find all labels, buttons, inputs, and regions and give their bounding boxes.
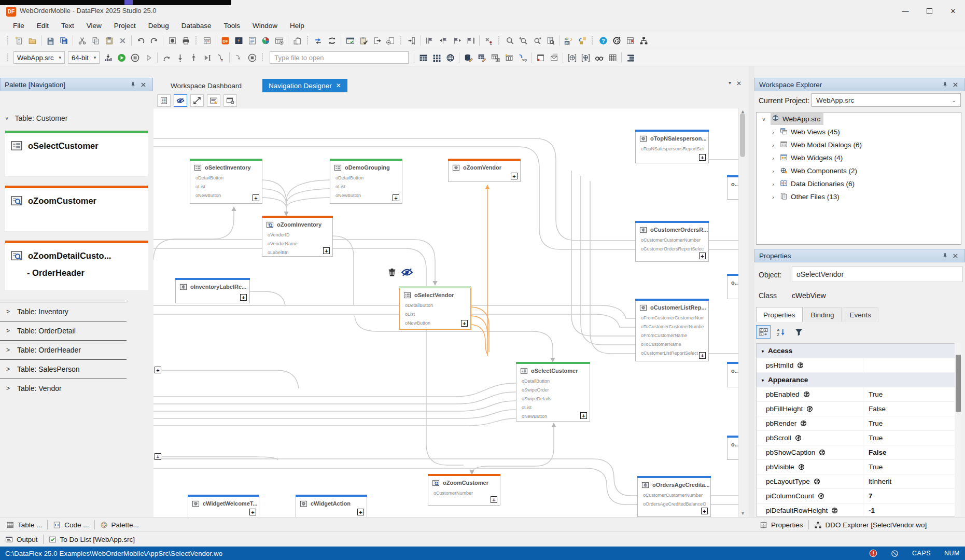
property-value[interactable]: ltInherit	[863, 474, 961, 488]
property-row-pelayouttype[interactable]: peLayoutTypeltInherit	[757, 474, 961, 489]
dock-tab-ddo-explorer-selectvendor-wo-[interactable]: DDO Explorer [SelectVendor.wo]	[809, 517, 932, 532]
redo-button[interactable]	[147, 34, 161, 47]
vertical-scroll-thumb[interactable]	[740, 113, 745, 157]
property-value[interactable]: -1	[863, 503, 961, 516]
eye-button[interactable]	[174, 94, 187, 107]
dots-button[interactable]	[430, 51, 443, 64]
paste-button[interactable]	[102, 34, 116, 47]
exit-button[interactable]	[370, 34, 384, 47]
mail-button[interactable]	[547, 51, 561, 64]
menu-window[interactable]: Window	[247, 20, 283, 31]
tab-close-icon[interactable]: ✕	[736, 80, 742, 87]
mag-next-button[interactable]	[530, 34, 543, 47]
connector-expand-button[interactable]: +	[155, 367, 161, 373]
node-row[interactable]: oToCustomerCustomerNumber	[641, 323, 704, 331]
win-red-button[interactable]	[534, 51, 547, 64]
node-row[interactable]: oCustomerCustomerNumber	[643, 491, 706, 500]
menu-text[interactable]: Text	[55, 20, 80, 31]
project-select[interactable]: WebApp.src▾	[13, 51, 65, 64]
node-row[interactable]: oVendorName	[268, 240, 328, 248]
step-button[interactable]	[142, 51, 155, 64]
skip-button[interactable]	[232, 51, 245, 64]
run-cursor-button[interactable]	[200, 51, 214, 64]
node-ozoominventory[interactable]: oZoomInventoryoVendorIDoVendorNameoLabel…	[262, 217, 333, 257]
palette-section-table-vendor[interactable]: >Table: Vendor	[0, 379, 127, 398]
node-oselectinventory[interactable]: oSelectInventoryoDetailButtonoListoNewBu…	[190, 160, 262, 204]
msg-check-button[interactable]	[343, 34, 357, 47]
flag-first-button[interactable]	[423, 34, 437, 47]
node-row[interactable]: oList	[195, 183, 258, 191]
file-open-input[interactable]	[270, 51, 409, 64]
node-o[interactable]: o...	[727, 275, 738, 299]
mag-prev-button[interactable]	[516, 34, 530, 47]
db-pencil-button[interactable]	[461, 51, 475, 64]
menu-tools[interactable]: Tools	[218, 20, 246, 31]
property-row-pidefaultrowheight[interactable]: piDefaultRowHeight-1	[757, 503, 961, 516]
goto-button[interactable]: #	[214, 51, 227, 64]
repl-sel-button[interactable]	[575, 34, 589, 47]
node-row[interactable]: oNewButton	[195, 191, 258, 200]
node-expand-button[interactable]: +	[699, 352, 706, 359]
arr-down-button[interactable]	[173, 51, 187, 64]
node-row[interactable]: oVendorID	[268, 231, 328, 240]
node-oselectcustomer[interactable]: oSelectCustomeroDetailButtonoSwipeOrdero…	[516, 363, 590, 422]
grid-red-button[interactable]	[623, 34, 637, 47]
node-expand-button[interactable]: +	[357, 509, 364, 515]
property-value[interactable]: True	[863, 431, 961, 445]
dock-tab-properties[interactable]: Properties	[754, 517, 808, 532]
toolbar-drag-handle[interactable]	[261, 53, 264, 62]
node-expand-button[interactable]: +	[580, 412, 587, 419]
clip-check-button[interactable]	[357, 34, 370, 47]
pin-icon[interactable]	[128, 79, 138, 90]
property-row-picolumncount[interactable]: piColumnCount7	[757, 489, 961, 503]
node-oselectvendor[interactable]: oSelectVendoroDetailButtonoListoNewButto…	[399, 287, 471, 330]
node-o[interactable]: o...	[727, 437, 738, 460]
node-row[interactable]: oToCustomerName	[641, 340, 704, 349]
palette-section-table-orderheader[interactable]: >Table: OrderHeader	[0, 340, 127, 359]
close-button[interactable]: ✕	[941, 4, 965, 18]
tree-item-data-dictionaries-6-[interactable]: ›Data Dictionaries (6)	[757, 177, 961, 190]
toolbar-drag-handle[interactable]	[498, 36, 500, 45]
node-row[interactable]: oSwipeOrder	[522, 386, 585, 395]
node-row[interactable]: oDetailButton	[335, 174, 398, 183]
chevron-right-icon[interactable]: ›	[770, 142, 776, 148]
menu-view[interactable]: View	[81, 20, 107, 31]
error-status-icon[interactable]	[869, 549, 877, 557]
palette-item-ozoomcustomer[interactable]: oZoomCustomer	[5, 186, 148, 231]
platform-select[interactable]: 64-bit▾	[68, 51, 100, 64]
node-expand-button[interactable]: +	[393, 194, 399, 201]
property-value[interactable]: True	[863, 460, 961, 474]
properties-tab-binding[interactable]: Binding	[804, 307, 842, 322]
palette-section-table-inventory[interactable]: >Table: Inventory	[0, 302, 127, 321]
df-button[interactable]: DF	[218, 34, 232, 47]
trash-button[interactable]	[387, 267, 397, 279]
wheel-button[interactable]	[259, 34, 272, 47]
flag-prev-button[interactable]	[437, 34, 450, 47]
globe-br2-button[interactable]	[579, 51, 592, 64]
grid-scroll-thumb[interactable]	[956, 355, 961, 412]
node-cwidgetwelcomet[interactable]: cWidgetWelcomeT...+	[188, 496, 259, 517]
palette-item-oselectcustomer[interactable]: oSelectCustomer	[5, 131, 148, 176]
grid-dark-button[interactable]	[416, 51, 430, 64]
property-value[interactable]: True	[863, 387, 961, 401]
cross-button[interactable]	[116, 34, 129, 47]
node-expand-button[interactable]: +	[699, 154, 706, 161]
node-otopnsalesperson[interactable]: oTopNSalesperson...oTopNSalespersonsRepo…	[635, 131, 709, 163]
undo-button[interactable]	[134, 34, 147, 47]
dock-tab-code-[interactable]: Code ...	[48, 517, 94, 532]
copy-button[interactable]	[89, 34, 102, 47]
menu-debug[interactable]: Debug	[143, 20, 175, 31]
node-row[interactable]: oFromCustomerCustomerNum...	[641, 314, 704, 323]
node-expand-button[interactable]: +	[699, 253, 706, 259]
compile-button[interactable]	[101, 51, 115, 64]
tree-panel-button[interactable]	[157, 94, 171, 107]
tree-item-web-widgets-4-[interactable]: ›Web Widgets (4)	[757, 151, 961, 164]
node-row[interactable]: oDetailButton	[195, 174, 258, 183]
arr-up-button[interactable]	[187, 51, 200, 64]
node-row[interactable]: oList	[335, 183, 398, 191]
toolbar-drag-handle[interactable]	[591, 36, 594, 45]
node-row[interactable]: oDetailButton	[405, 301, 466, 310]
node-oinventorylabelre[interactable]: oInventoryLabelRe...+	[175, 279, 250, 303]
node-oordersagecredita[interactable]: oOrdersAgeCredita...oCustomerCustomerNum…	[637, 478, 711, 517]
win-gear-button[interactable]	[223, 94, 237, 107]
